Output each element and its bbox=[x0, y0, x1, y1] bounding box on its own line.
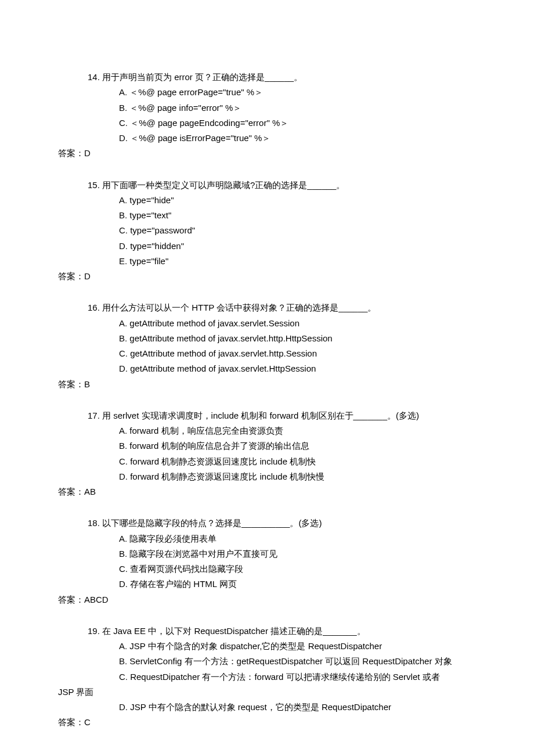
option-a: A. ＜%@ page errorPage="true" %＞ bbox=[58, 85, 476, 100]
question-17: 17. 用 serlvet 实现请求调度时，include 机制和 forwar… bbox=[58, 408, 476, 500]
option-d: D. 存储在客户端的 HTML 网页 bbox=[58, 577, 476, 592]
option-b: B. ServletConfig 有一个方法：getRequestDispatc… bbox=[58, 654, 476, 669]
option-a: A. JSP 中有个隐含的对象 dispatcher,它的类型是 Request… bbox=[58, 639, 476, 654]
option-a: A. forward 机制，响应信息完全由资源负责 bbox=[58, 423, 476, 438]
answer: 答案：ABCD bbox=[58, 592, 476, 607]
question-stem: 19. 在 Java EE 中，以下对 RequestDispatcher 描述… bbox=[58, 624, 476, 639]
option-b: B. 隐藏字段在浏览器中对用户不直接可见 bbox=[58, 546, 476, 561]
option-c: C. RequestDipatcher 有一个方法：forward 可以把请求继… bbox=[58, 669, 476, 685]
question-19: 19. 在 Java EE 中，以下对 RequestDispatcher 描述… bbox=[58, 624, 476, 730]
question-stem: 16. 用什么方法可以从一个 HTTP 会话中获得对象？正确的选择是______… bbox=[58, 300, 476, 315]
option-d: D. forward 机制静态资源返回速度比 include 机制快慢 bbox=[58, 469, 476, 484]
option-d: D. type="hidden" bbox=[58, 239, 476, 254]
answer: 答案：AB bbox=[58, 484, 476, 499]
option-c: C. getAttribute method of javax.servlet.… bbox=[58, 346, 476, 361]
question-number: 18. bbox=[88, 518, 100, 528]
option-d: D. JSP 中有个隐含的默认对象 request，它的类型是 RequestD… bbox=[58, 700, 476, 715]
question-15: 15. 用下面哪一种类型定义可以声明隐藏域?正确的选择是______。 A. t… bbox=[58, 178, 476, 285]
option-b: B. forward 机制的响应信息合并了资源的输出信息 bbox=[58, 438, 476, 453]
question-number: 19. bbox=[88, 626, 100, 636]
answer: 答案：D bbox=[58, 146, 476, 161]
option-e: E. type="file" bbox=[58, 254, 476, 269]
option-b: B. type="text" bbox=[58, 208, 476, 223]
question-text: 以下哪些是隐藏字段的特点？选择是__________。(多选) bbox=[102, 518, 322, 528]
question-text: 在 Java EE 中，以下对 RequestDispatcher 描述正确的是… bbox=[102, 626, 366, 636]
option-a: A. getAttribute method of javax.servlet.… bbox=[58, 316, 476, 331]
question-text: 用下面哪一种类型定义可以声明隐藏域?正确的选择是______。 bbox=[102, 180, 345, 190]
question-text: 用 serlvet 实现请求调度时，include 机制和 forward 机制… bbox=[102, 411, 419, 420]
question-14: 14. 用于声明当前页为 error 页？正确的选择是______。 A. ＜%… bbox=[58, 70, 476, 161]
option-c: C. type="password" bbox=[58, 223, 476, 238]
option-d: D. ＜%@ page isErrorPage="true" %＞ bbox=[58, 131, 476, 146]
answer: 答案：B bbox=[58, 377, 476, 392]
option-c: C. ＜%@ page pageEndcoding="error" %＞ bbox=[58, 116, 476, 131]
question-stem: 17. 用 serlvet 实现请求调度时，include 机制和 forwar… bbox=[58, 408, 476, 423]
answer: 答案：C bbox=[58, 715, 476, 730]
question-18: 18. 以下哪些是隐藏字段的特点？选择是__________。(多选) A. 隐… bbox=[58, 516, 476, 607]
question-number: 15. bbox=[88, 180, 100, 190]
option-c: C. forward 机制静态资源返回速度比 include 机制快 bbox=[58, 454, 476, 469]
option-b: B. getAttribute method of javax.servlet.… bbox=[58, 331, 476, 346]
option-a: A. type="hide" bbox=[58, 193, 476, 208]
question-number: 16. bbox=[88, 303, 100, 312]
option-c: C. 查看网页源代码找出隐藏字段 bbox=[58, 561, 476, 577]
question-stem: 18. 以下哪些是隐藏字段的特点？选择是__________。(多选) bbox=[58, 516, 476, 531]
question-text: 用于声明当前页为 error 页？正确的选择是______。 bbox=[102, 72, 302, 82]
question-16: 16. 用什么方法可以从一个 HTTP 会话中获得对象？正确的选择是______… bbox=[58, 300, 476, 392]
answer: 答案：D bbox=[58, 269, 476, 284]
option-d: D. getAttribute method of javax.servlet.… bbox=[58, 361, 476, 376]
option-b: B. ＜%@ page info="error" %＞ bbox=[58, 100, 476, 116]
question-number: 17. bbox=[88, 411, 100, 420]
question-number: 14. bbox=[88, 72, 100, 82]
question-stem: 15. 用下面哪一种类型定义可以声明隐藏域?正确的选择是______。 bbox=[58, 178, 476, 193]
option-a: A. 隐藏字段必须使用表单 bbox=[58, 531, 476, 546]
question-stem: 14. 用于声明当前页为 error 页？正确的选择是______。 bbox=[58, 70, 476, 85]
question-text: 用什么方法可以从一个 HTTP 会话中获得对象？正确的选择是______。 bbox=[102, 303, 376, 312]
option-c-continuation: JSP 界面 bbox=[58, 685, 476, 700]
